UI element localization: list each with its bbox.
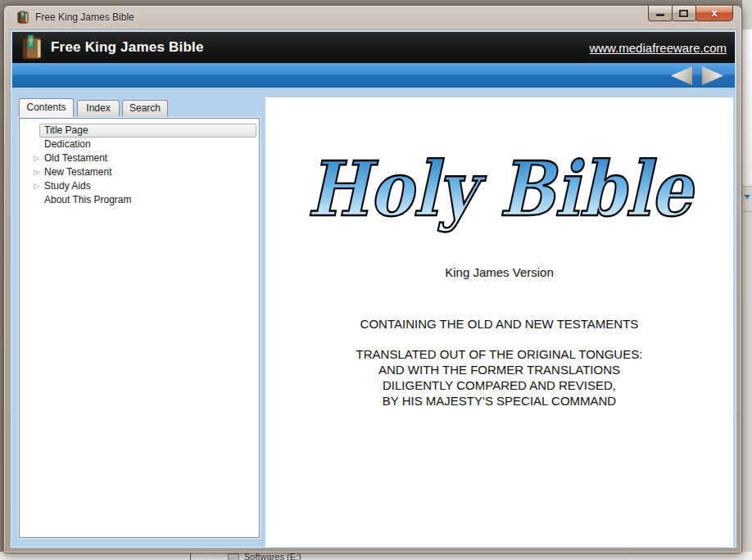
version-line: King James Version bbox=[265, 265, 733, 279]
tab-search[interactable]: Search bbox=[122, 100, 168, 116]
title-page-content: Holy Bible King James Version CONTAINING… bbox=[265, 97, 733, 547]
tree-item-label: Study Aids bbox=[44, 179, 91, 193]
translation-line: BY HIS MAJESTY'S SPECIAL COMMAND bbox=[265, 393, 733, 409]
tree-item-old-testament[interactable]: ▷ Old Testament bbox=[20, 151, 259, 165]
masthead-text: Holy Bible bbox=[307, 145, 695, 233]
title-bar[interactable]: Free King James Bible x bbox=[4, 6, 741, 29]
divider bbox=[742, 211, 752, 212]
maximize-button[interactable] bbox=[672, 6, 696, 21]
background-column-header bbox=[742, 29, 752, 187]
tab-index[interactable]: Index bbox=[77, 100, 120, 116]
tree-item-label: About This Program bbox=[44, 193, 132, 207]
tab-contents[interactable]: Contents bbox=[19, 98, 74, 117]
tree-item-study-aids[interactable]: ▷ Study Aids bbox=[20, 179, 259, 193]
disk-drive-icon bbox=[228, 553, 239, 560]
expand-chevron-icon[interactable]: ▷ bbox=[34, 165, 42, 179]
translation-line: DILIGENTLY COMPARED AND REVISED, bbox=[265, 377, 733, 393]
minimize-button[interactable] bbox=[648, 6, 673, 21]
translation-statement: TRANSLATED OUT OF THE ORIGINAL TONGUES: … bbox=[265, 346, 733, 409]
bible-book-icon bbox=[20, 34, 44, 61]
tree-item-label: New Testament bbox=[44, 165, 111, 179]
expand-chevron-icon[interactable]: ▷ bbox=[34, 179, 42, 193]
tree-item-label: Old Testament bbox=[44, 151, 107, 165]
navigation-toolbar bbox=[12, 63, 735, 88]
translation-line: AND WITH THE FORMER TRANSLATIONS bbox=[265, 362, 733, 377]
forward-arrow-icon[interactable] bbox=[702, 66, 723, 85]
tree-item-dedication[interactable]: Dedication bbox=[20, 138, 259, 151]
dropdown-arrow-icon bbox=[744, 195, 750, 199]
app-window: Free King James Bible x Free King James … bbox=[3, 5, 742, 553]
contents-tree-panel: Title Page Dedication ▷ Old Testament ▷ … bbox=[19, 118, 260, 538]
translation-line: TRANSLATED OUT OF THE ORIGINAL TONGUES: bbox=[265, 346, 733, 362]
tree-item-label: Dedication bbox=[44, 138, 91, 151]
close-button[interactable]: x bbox=[695, 6, 733, 21]
maximize-icon bbox=[679, 10, 688, 17]
close-icon: x bbox=[696, 7, 732, 19]
background-window-right-sliver bbox=[742, 0, 752, 560]
tree-item-title-page[interactable]: Title Page bbox=[20, 124, 259, 138]
holy-bible-masthead: Holy Bible bbox=[299, 132, 700, 242]
tree-item-label: Title Page bbox=[44, 124, 88, 136]
window-title: Free King James Bible bbox=[35, 11, 134, 23]
bible-book-icon bbox=[16, 11, 29, 25]
tree-item-new-testament[interactable]: ▷ New Testament bbox=[20, 165, 259, 179]
window-controls: x bbox=[648, 6, 733, 21]
back-arrow-icon[interactable] bbox=[671, 66, 692, 85]
expand-chevron-icon[interactable]: ▷ bbox=[34, 151, 42, 165]
app-title: Free King James Bible bbox=[51, 32, 204, 63]
client-area: Free King James Bible www.mediafreeware.… bbox=[10, 29, 737, 549]
tree-item-about-this-program[interactable]: About This Program bbox=[20, 193, 259, 207]
minimize-icon bbox=[656, 14, 664, 16]
containing-line: CONTAINING THE OLD AND NEW TESTAMENTS bbox=[265, 317, 733, 331]
website-link[interactable]: www.mediafreeware.com bbox=[589, 32, 727, 63]
app-header: Free King James Bible www.mediafreeware.… bbox=[12, 32, 735, 63]
